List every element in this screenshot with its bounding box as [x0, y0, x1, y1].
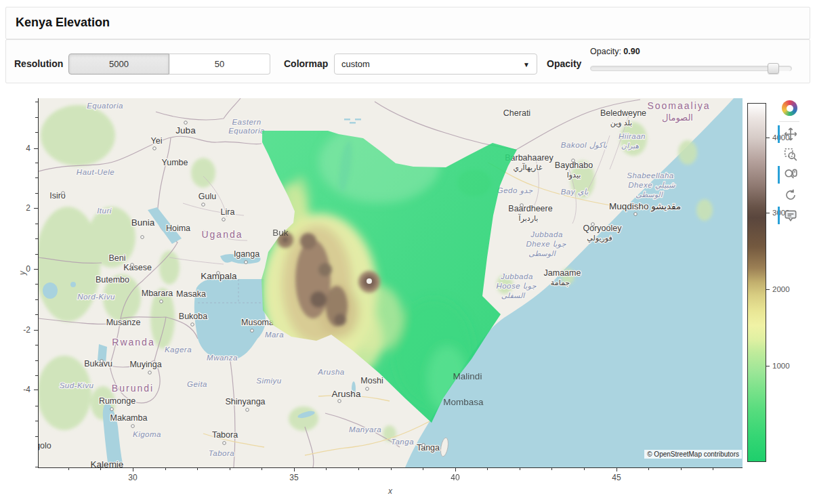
map-label: Bakool باكول: [561, 141, 608, 150]
map-label: Arusha: [317, 368, 344, 376]
colorbar: [747, 103, 766, 462]
page-title: Kenya Elevation: [16, 16, 110, 30]
map-label: Mbarara: [142, 289, 173, 298]
map-label: Mombasa: [443, 397, 484, 407]
map-label: Musanze: [106, 318, 141, 327]
city-marker: [222, 218, 226, 222]
city-marker: [246, 408, 249, 412]
map-label: Haut-Uele: [77, 168, 114, 176]
app-root: UgandaRwandaBurundiSoomaaliyaالصومالEqua…: [0, 0, 815, 504]
pan-icon: [783, 127, 798, 142]
colorbar-tick-label: 1000: [772, 362, 790, 370]
opacity-slider-track[interactable]: [590, 66, 792, 71]
map-label: Kasese: [123, 263, 152, 272]
map-label: Manyara: [349, 425, 381, 434]
colormap-select[interactable]: custom ▼: [334, 54, 537, 75]
map-label: الصومال: [662, 112, 693, 123]
city-marker: [148, 371, 152, 375]
reset-icon: [783, 188, 798, 203]
reset-tool-button[interactable]: [780, 185, 801, 205]
resolution-option-5000[interactable]: 5000: [68, 54, 169, 75]
map-label: Moshi: [360, 376, 383, 385]
city-marker: [591, 223, 595, 226]
title-card: Kenya Elevation: [5, 7, 810, 39]
wheel-zoom-tool-button[interactable]: [780, 165, 801, 185]
map-label: الوسطى: [635, 190, 663, 199]
x-axis-title: x: [388, 486, 392, 496]
map-label: Muyinga: [129, 360, 161, 369]
city-marker: [520, 204, 524, 207]
opacity-value: 0.90: [623, 47, 640, 56]
city-marker: [366, 387, 369, 391]
city-marker: [202, 203, 205, 207]
hover-icon: [783, 208, 798, 223]
map-label: Arusha: [332, 389, 361, 399]
map-label: Tabora: [209, 449, 234, 457]
map-label: Kagera: [165, 345, 192, 354]
map-canvas[interactable]: UgandaRwandaBurundiSoomaaliyaالصومالEqua…: [0, 84, 815, 504]
map-label: Beledweyne: [600, 108, 646, 118]
bokeh-plot[interactable]: UgandaRwandaBurundiSoomaaliyaالصومالEqua…: [0, 84, 815, 504]
opacity-label: Opacity: [547, 58, 581, 69]
map-label: Rwanda: [112, 337, 154, 348]
city-marker: [245, 261, 248, 264]
map-label: Juba: [175, 125, 196, 135]
city-marker: [572, 159, 575, 163]
city-marker: [634, 213, 638, 216]
pan-tool-button[interactable]: [780, 124, 801, 144]
map-label: Malindi: [453, 371, 482, 381]
map-label: Eastern: [232, 118, 261, 126]
map-label: Ituri: [97, 207, 112, 215]
hover-tool-button[interactable]: [780, 205, 801, 226]
city-marker: [223, 442, 226, 445]
colormap-selected-value: custom: [341, 59, 370, 69]
map-label: Beni: [108, 253, 125, 263]
map-label: Kigoma: [133, 430, 161, 438]
map-label: Bukavu: [84, 359, 112, 369]
city-marker: [131, 425, 135, 428]
map-label: Dhexe شبيلي: [628, 181, 675, 190]
bokeh-logo[interactable]: [782, 100, 797, 116]
map-label: بيدوا: [567, 171, 581, 180]
map-label: Bukoba: [179, 312, 207, 321]
controls-card: Resolution 5000 50 Colormap custom ▼ Opa…: [5, 39, 810, 83]
map-label: Iganga: [234, 249, 259, 259]
map-label: Lira: [221, 207, 235, 217]
city-marker: [422, 444, 425, 447]
resolution-toggle-group: 5000 50: [68, 54, 270, 75]
resolution-label: Resolution: [14, 58, 63, 69]
map-label: Jubbada: [500, 272, 533, 280]
map-label: Rumonge: [99, 396, 135, 406]
map-label: Equatoria: [87, 102, 123, 110]
map-label: Cherati: [503, 108, 530, 118]
city-marker: [100, 360, 104, 363]
map-label: Tanga: [391, 438, 414, 446]
map-label: Jamaame: [544, 268, 581, 278]
map-label: باردبرآ: [518, 213, 539, 223]
map-label: Soomaaliya: [647, 100, 710, 111]
opacity-readout: Opacity: 0.90: [590, 47, 792, 56]
map-label: Bay باي: [561, 188, 589, 196]
map-attribution: © OpenStreetMap contributors: [644, 450, 742, 459]
y-axis-line: [38, 98, 39, 468]
city-marker: [251, 329, 254, 333]
city-marker: [131, 264, 134, 267]
map-label: فوريولي: [587, 234, 612, 243]
map-label: Qoryooley: [583, 224, 623, 233]
map-label: Geita: [187, 380, 207, 388]
map-label: Hoima: [166, 224, 190, 233]
mt-kenya-peak: [367, 278, 372, 284]
map-label: Mara: [265, 331, 284, 339]
box-zoom-tool-button[interactable]: [780, 144, 801, 165]
map-label: Tabora: [212, 430, 238, 440]
map-label: Simiyu: [256, 377, 282, 385]
map-label: Yumbe: [162, 158, 188, 167]
resolution-option-50[interactable]: 50: [169, 54, 270, 75]
map-label: Gedo جدو: [497, 186, 533, 195]
colormap-label: Colormap: [284, 58, 328, 69]
city-marker: [338, 400, 341, 403]
colorbar-tick-label: 2000: [772, 285, 790, 293]
opacity-slider-handle[interactable]: [768, 63, 779, 74]
map-label: Shabeellaha: [627, 171, 673, 180]
map-label: Uganda: [201, 229, 243, 240]
